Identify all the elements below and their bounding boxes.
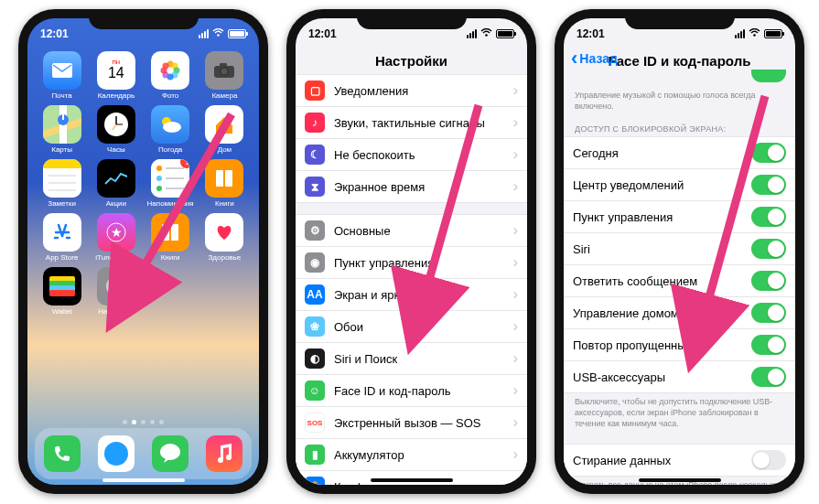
row-icon: ⚙: [305, 220, 325, 241]
dock: [35, 428, 252, 479]
chevron-icon: ›: [513, 382, 518, 399]
status-time: 12:01: [40, 27, 69, 40]
svg-line-55: [699, 96, 765, 334]
store-icon: [43, 213, 81, 252]
battery-icon: [496, 29, 514, 38]
tutorial-arrow: [387, 101, 497, 333]
chevron-icon: ›: [513, 446, 518, 463]
phone-faceid-settings: 12:01 Назад Face ID и код-пароль Управле…: [555, 9, 804, 494]
svg-point-0: [217, 34, 220, 37]
partial-toggle[interactable]: [751, 70, 786, 82]
row-icon: ☾: [305, 145, 325, 165]
app-label: Камера: [211, 91, 237, 100]
wallet-icon: [43, 267, 81, 306]
app-maps[interactable]: Карты: [38, 105, 85, 154]
phone-settings: 12:01 Настройки ▢Уведомления›♪Звуки, так…: [286, 9, 536, 494]
app-label: Wallet: [52, 307, 72, 316]
settings-row[interactable]: ◐Siri и Поиск›: [296, 343, 527, 375]
row-icon: ✋: [305, 477, 325, 485]
nav-title-label: Face ID и код-пароль: [609, 53, 751, 69]
row-icon: AA: [305, 284, 325, 305]
row-icon: ▮: [305, 445, 325, 465]
home-indicator[interactable]: [102, 478, 185, 482]
svg-point-10: [163, 63, 169, 70]
wifi-icon: [480, 27, 492, 40]
dock-app-phone[interactable]: [44, 435, 81, 472]
row-label: Уведомления: [334, 84, 513, 98]
svg-rect-44: [49, 290, 75, 296]
back-button[interactable]: Назад: [571, 51, 618, 66]
toggle-erase[interactable]: [751, 450, 786, 470]
status-time: 12:01: [308, 27, 337, 40]
app-store[interactable]: App Store: [38, 213, 85, 262]
settings-row[interactable]: SOSЭкстренный вызов — SOS›: [296, 407, 527, 439]
page-indicator[interactable]: [27, 420, 259, 424]
svg-rect-1: [52, 63, 72, 78]
app-notes[interactable]: Заметки: [38, 159, 85, 208]
row-label: Аккумулятор: [334, 448, 513, 462]
chevron-icon: ›: [513, 414, 518, 431]
nav-title: Настройки: [296, 49, 527, 74]
cellular-icon: [735, 29, 745, 38]
status-time: 12:01: [577, 27, 605, 40]
phone-homescreen: 12:01 ПочтаПН14КалендарьФотоКамераКартыЧ…: [18, 9, 268, 494]
cam-icon: [205, 51, 243, 90]
app-cam[interactable]: Камера: [201, 51, 248, 100]
settings-row[interactable]: ☺Face ID и код-пароль›: [296, 375, 527, 407]
svg-point-54: [753, 34, 756, 37]
home-indicator[interactable]: [639, 478, 721, 482]
app-label: Заметки: [48, 199, 76, 208]
row-icon: ▢: [305, 80, 325, 101]
chevron-icon: ›: [513, 222, 518, 239]
chevron-icon: ›: [513, 178, 518, 195]
row-erase-data[interactable]: Стирание данных: [564, 445, 795, 476]
row-icon: SOS: [305, 413, 325, 433]
app-mail[interactable]: Почта: [38, 51, 85, 100]
chevron-icon: ›: [513, 318, 518, 335]
notch: [357, 9, 467, 29]
row-icon: ⧗: [305, 177, 325, 197]
chevron-icon: ›: [513, 82, 518, 99]
row-label: USB-аксессуары: [573, 370, 751, 384]
cal-icon: ПН14: [97, 51, 135, 90]
app-cal[interactable]: ПН14Календарь: [92, 51, 139, 100]
settings-row[interactable]: ▮Аккумулятор›: [296, 439, 527, 471]
dock-app-msg[interactable]: [152, 435, 189, 472]
note-usb: Выключите, чтобы не допустить подключени…: [564, 393, 795, 433]
app-label: Фото: [162, 91, 178, 100]
app-label: App Store: [46, 253, 79, 262]
app-label: Почта: [52, 91, 72, 100]
notch: [89, 9, 199, 29]
dock-app-safari[interactable]: [98, 435, 135, 472]
row-label: Стирание данных: [573, 454, 751, 467]
row-icon: ◉: [305, 252, 325, 273]
chevron-icon: ›: [513, 286, 518, 303]
battery-icon: [764, 29, 782, 38]
svg-point-50: [160, 444, 180, 460]
svg-rect-12: [220, 63, 227, 67]
svg-point-52: [485, 34, 488, 37]
chevron-icon: ›: [513, 254, 518, 271]
row-label: Siri и Поиск: [334, 352, 513, 366]
app-wallet[interactable]: Wallet: [38, 267, 85, 316]
home-indicator[interactable]: [371, 478, 453, 482]
cellular-icon: [467, 29, 477, 38]
maps-icon: [43, 105, 81, 144]
row-icon: ☺: [305, 381, 325, 401]
svg-line-53: [419, 105, 479, 316]
dock-app-music[interactable]: [206, 435, 242, 472]
tutorial-arrow: [674, 91, 783, 351]
toggle[interactable]: [751, 367, 786, 387]
chevron-icon: ›: [513, 350, 518, 367]
svg-rect-23: [43, 159, 81, 168]
row-icon: ❀: [305, 316, 325, 337]
chevron-icon: ›: [513, 478, 518, 485]
chevron-icon: ›: [513, 146, 518, 163]
app-photo[interactable]: Фото: [147, 51, 194, 100]
chevron-icon: ›: [513, 114, 518, 131]
row-label: Экстренный вызов — SOS: [334, 416, 513, 430]
wifi-icon: [749, 27, 760, 40]
row-icon: ♪: [305, 113, 325, 133]
toggle-row[interactable]: USB-аксессуары: [564, 361, 795, 392]
cellular-icon: [199, 29, 209, 38]
